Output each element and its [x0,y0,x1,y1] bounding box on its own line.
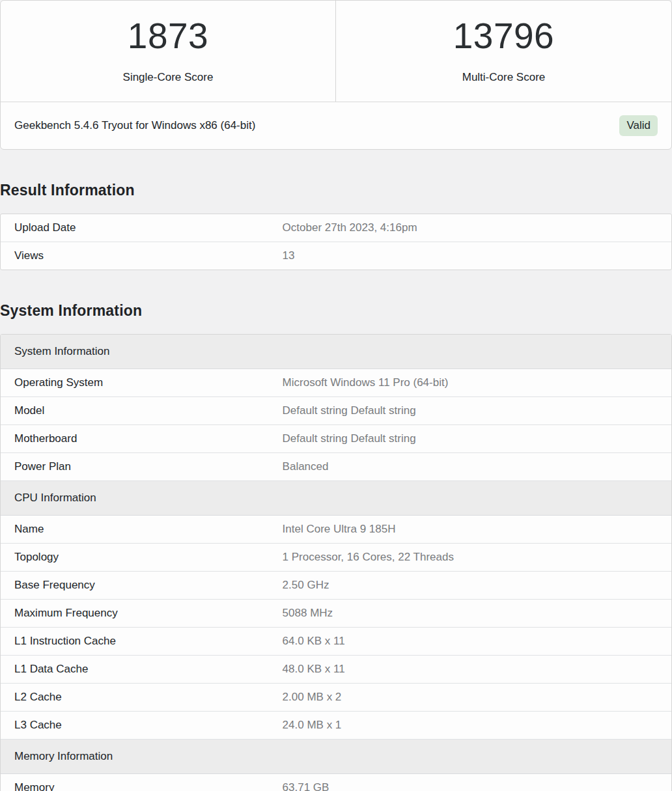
benchmark-title: Geekbench 5.4.6 Tryout for Windows x86 (… [14,119,255,132]
row-value: 2.50 GHz [283,572,671,599]
table-row: L2 Cache2.00 MB x 2 [1,684,671,712]
row-value: Microsoft Windows 11 Pro (64-bit) [283,369,671,396]
table-row: Power PlanBalanced [1,453,671,481]
table-row: L1 Data Cache48.0 KB x 11 [1,656,671,684]
table-row: NameIntel Core Ultra 9 185H [1,516,671,544]
row-label: Name [1,516,283,543]
table-row: Maximum Frequency5088 MHz [1,600,671,628]
row-label: L2 Cache [1,684,283,711]
row-label: Operating System [1,369,283,396]
table-row: Upload DateOctober 27th 2023, 4:16pm [1,214,671,242]
row-value: 48.0 KB x 11 [283,656,671,683]
table-subheader-row: CPU Information [1,481,671,516]
multi-core-score-value: 13796 [453,18,554,54]
row-value: 1 Processor, 16 Cores, 22 Threads [283,544,671,571]
result-information-table: Upload DateOctober 27th 2023, 4:16pmView… [0,214,672,270]
result-information-heading: Result Information [0,182,672,199]
row-label: L3 Cache [1,712,283,739]
table-row: L1 Instruction Cache64.0 KB x 11 [1,628,671,656]
score-summary-card: 1873 Single-Core Score 13796 Multi-Core … [0,0,672,150]
valid-status-badge: Valid [619,115,658,136]
row-label: Motherboard [1,425,283,452]
row-value: 63.71 GB [283,774,671,791]
row-value: 5088 MHz [283,600,671,627]
row-value: October 27th 2023, 4:16pm [283,214,671,242]
table-subheader-row: Memory Information [1,740,671,774]
row-value: 2.00 MB x 2 [283,684,671,711]
table-row: Topology1 Processor, 16 Cores, 22 Thread… [1,544,671,572]
subheader-label: CPU Information [1,481,671,515]
system-information-table: System InformationOperating SystemMicros… [0,334,672,791]
subheader-label: Memory Information [1,740,671,773]
table-row: Operating SystemMicrosoft Windows 11 Pro… [1,369,671,397]
row-value: Balanced [283,453,671,480]
row-label: Upload Date [1,214,283,242]
row-label: Base Frequency [1,572,283,599]
row-value: 24.0 MB x 1 [283,712,671,739]
row-value: Default string Default string [283,425,671,452]
table-row: L3 Cache24.0 MB x 1 [1,712,671,740]
table-row: MotherboardDefault string Default string [1,425,671,453]
row-label: Power Plan [1,453,283,480]
row-label: L1 Instruction Cache [1,628,283,655]
multi-core-score-label: Multi-Core Score [462,71,546,84]
table-row: Memory63.71 GB [1,774,671,791]
table-row: Base Frequency2.50 GHz [1,572,671,600]
benchmark-info-bar: Geekbench 5.4.6 Tryout for Windows x86 (… [1,102,671,149]
row-value: Intel Core Ultra 9 185H [283,516,671,543]
row-label: L1 Data Cache [1,656,283,683]
single-core-score-panel: 1873 Single-Core Score [1,1,336,102]
score-row: 1873 Single-Core Score 13796 Multi-Core … [1,1,671,102]
table-row: ModelDefault string Default string [1,397,671,425]
row-label: Memory [1,774,283,791]
row-value: 64.0 KB x 11 [283,628,671,655]
multi-core-score-panel: 13796 Multi-Core Score [336,1,671,102]
row-label: Model [1,397,283,424]
row-value: 13 [283,242,671,270]
row-label: Views [1,242,283,270]
system-information-heading: System Information [0,302,672,320]
geekbench-result-page: 1873 Single-Core Score 13796 Multi-Core … [0,0,672,791]
table-row: Views13 [1,242,671,270]
table-subheader-row: System Information [1,335,671,369]
subheader-label: System Information [1,335,671,368]
single-core-score-value: 1873 [128,18,208,54]
row-value: Default string Default string [283,397,671,424]
row-label: Topology [1,544,283,571]
single-core-score-label: Single-Core Score [123,71,214,84]
row-label: Maximum Frequency [1,600,283,627]
